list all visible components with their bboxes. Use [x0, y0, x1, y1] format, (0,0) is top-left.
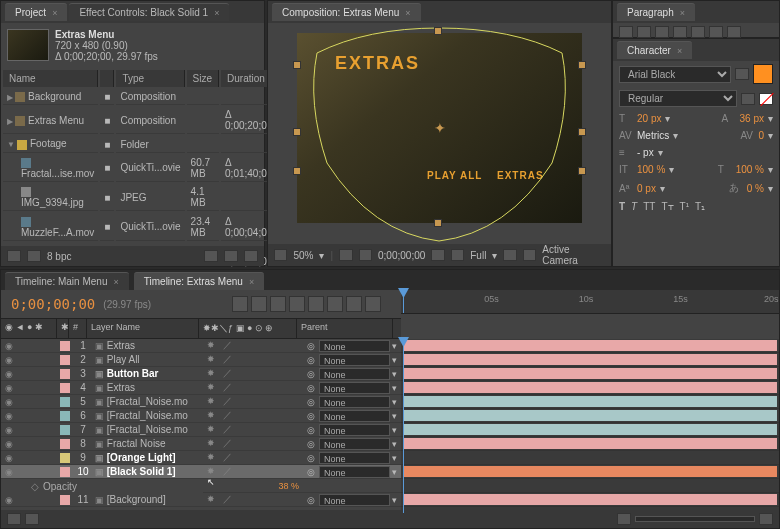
layer-row[interactable]: ◉ 5▣ [Fractal_Noise.mo [1, 395, 203, 409]
layer-row[interactable]: ◉ 4▣ Extras [1, 381, 203, 395]
project-item[interactable]: ▼Footage■Folder [3, 136, 272, 152]
stroke-width-value[interactable]: - px [637, 147, 654, 158]
close-icon[interactable]: × [677, 46, 682, 56]
layer-color-label[interactable] [60, 453, 70, 463]
layer-duration-bar[interactable] [403, 354, 777, 365]
col-size[interactable]: Size [187, 70, 219, 87]
layer-switches[interactable]: ✸ ／ [203, 423, 303, 437]
channel-icon[interactable] [451, 249, 464, 261]
justify-last-right-icon[interactable] [709, 26, 723, 38]
font-style-select[interactable]: Regular [619, 90, 737, 107]
graph-editor-icon[interactable] [365, 296, 381, 312]
current-time-display[interactable]: 0;00;00;00 [11, 296, 95, 312]
allcaps-button[interactable]: TT [643, 201, 655, 212]
layer-duration-bar[interactable] [403, 466, 777, 477]
close-icon[interactable]: × [680, 8, 685, 18]
camera-dropdown[interactable]: Active Camera [542, 244, 605, 266]
eyedropper-icon[interactable] [735, 68, 749, 80]
toggle-modes-icon[interactable] [25, 513, 39, 525]
layer-track[interactable] [401, 437, 779, 451]
mask-vertex[interactable] [293, 167, 301, 175]
smallcaps-button[interactable]: Tᴛ [661, 201, 673, 212]
parent-dropdown[interactable]: None [319, 382, 390, 394]
baseline-shift-value[interactable]: 0 px [637, 183, 656, 194]
layer-name[interactable]: ▣ [Background] [93, 494, 203, 505]
layer-track[interactable] [401, 451, 779, 465]
layer-switches[interactable]: ✸ ／ [203, 493, 303, 507]
hscale-value[interactable]: 100 % [736, 164, 764, 175]
layer-track[interactable] [401, 339, 779, 353]
pickwhip-icon[interactable]: ◎ [307, 355, 315, 365]
tab-composition[interactable]: Composition: Extras Menu× [272, 3, 421, 21]
layer-color-label[interactable] [60, 397, 70, 407]
layer-track[interactable] [401, 353, 779, 367]
folder-icon[interactable] [27, 250, 41, 262]
transparency-icon[interactable] [503, 249, 516, 261]
parent-header[interactable]: Parent [297, 319, 393, 338]
mask-vertex[interactable] [578, 61, 586, 69]
parent-dropdown[interactable]: None [319, 368, 390, 380]
layer-switches[interactable]: ✸ ／ [203, 451, 303, 465]
layer-name[interactable]: ▣ [Orange Light] [93, 452, 203, 463]
time-ruler[interactable]: 05s 10s 15s 20s [401, 290, 779, 314]
mask-toggle-icon[interactable] [359, 249, 372, 261]
toggle-switches-icon[interactable] [7, 513, 21, 525]
menu-playall[interactable]: PLAY ALL [427, 170, 482, 181]
anchor-point-icon[interactable]: ✦ [434, 122, 446, 134]
close-icon[interactable]: × [405, 8, 410, 18]
layer-row[interactable]: ◉ 9▣ [Orange Light] [1, 451, 203, 465]
layer-row[interactable]: ◉ 6▣ [Fractal_Noise.mo [1, 409, 203, 423]
project-item[interactable]: ▶Extras Menu■CompositionΔ 0;00;20;0 [3, 107, 272, 134]
tab-effect-controls[interactable]: Effect Controls: Black Solid 1× [69, 3, 229, 21]
project-item[interactable]: IMG_9394.jpg■JPEG4.1 MB [3, 184, 272, 211]
layer-switches[interactable]: ✸ ／ [203, 367, 303, 381]
mask-vertex[interactable] [578, 167, 586, 175]
comp-thumbnail[interactable] [7, 29, 49, 61]
layer-row[interactable]: ◉ 10▣ [Black Solid 1] [1, 465, 203, 479]
playhead[interactable] [403, 290, 404, 313]
layer-switches[interactable]: ✸ ／ [203, 437, 303, 451]
layer-switches[interactable]: ✸ ／ [203, 339, 303, 353]
layer-name[interactable]: ▣ Fractal Noise [93, 438, 203, 449]
layer-switches[interactable]: ✸ ／ [203, 381, 303, 395]
mask-vertex[interactable] [578, 128, 586, 136]
title-text-layer[interactable]: EXTRAS [335, 53, 420, 74]
resolution-dropdown[interactable]: Full [470, 250, 486, 261]
layer-track[interactable] [401, 381, 779, 395]
bold-button[interactable]: T [619, 201, 625, 212]
layer-color-label[interactable] [60, 439, 70, 449]
parent-dropdown[interactable]: None [319, 396, 390, 408]
layer-duration-bar[interactable] [403, 340, 777, 351]
layer-name[interactable]: ▣ Play All [93, 354, 203, 365]
close-icon[interactable]: × [249, 277, 254, 287]
pickwhip-icon[interactable]: ◎ [307, 411, 315, 421]
parent-dropdown[interactable]: None [319, 466, 390, 478]
layer-color-label[interactable] [60, 411, 70, 421]
pickwhip-icon[interactable]: ◎ [307, 453, 315, 463]
tab-timeline-extras[interactable]: Timeline: Extras Menu× [134, 272, 264, 290]
layer-duration-bar[interactable] [403, 494, 777, 505]
new-comp-icon[interactable] [204, 250, 218, 262]
tracks-area[interactable] [401, 339, 779, 513]
new-folder-icon[interactable] [224, 250, 238, 262]
justify-last-left-icon[interactable] [673, 26, 687, 38]
font-family-select[interactable]: Arial Black [619, 66, 731, 83]
layer-name[interactable]: ▣ [Fractal_Noise.mo [93, 410, 203, 421]
snapshot-icon[interactable] [431, 249, 444, 261]
layer-color-label[interactable] [60, 467, 70, 477]
comp-mini-flowchart-icon[interactable] [232, 296, 248, 312]
col-label[interactable] [100, 70, 114, 87]
pickwhip-icon[interactable]: ◎ [307, 495, 315, 505]
menu-extras[interactable]: EXTRAS [497, 170, 544, 181]
layer-track[interactable] [401, 367, 779, 381]
layer-name[interactable]: ▣ [Fractal_Noise.mo [93, 396, 203, 407]
bpc-button[interactable]: 8 bpc [47, 251, 71, 262]
parent-dropdown[interactable]: None [319, 340, 390, 352]
opacity-value[interactable]: 38 % [278, 481, 299, 491]
col-name[interactable]: Name [3, 70, 98, 87]
layer-name-header[interactable]: Layer Name [87, 319, 199, 338]
mask-vertex[interactable] [293, 128, 301, 136]
pickwhip-icon[interactable]: ◎ [307, 425, 315, 435]
italic-button[interactable]: T [631, 201, 637, 212]
project-item[interactable]: MuzzleF...A.mov■QuickTi...ovie23.4 MBΔ 0… [3, 213, 272, 240]
